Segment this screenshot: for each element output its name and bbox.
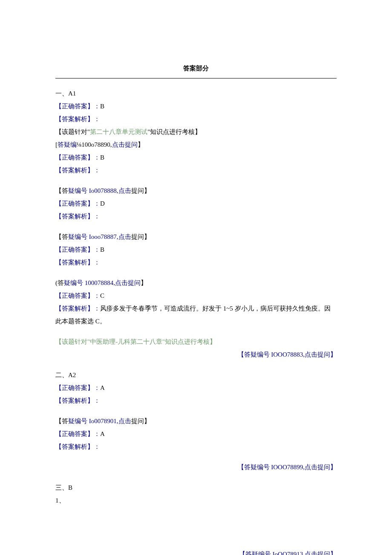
a1-q3-answer: 【正确答案】：D <box>55 197 337 210</box>
answer-value: B <box>100 154 104 161</box>
answer-label: 【正确答案】： <box>55 430 100 437</box>
a2-q1-answer: 【正确答案】：A <box>55 381 337 394</box>
topic-link[interactable]: 第二十八章单元测试 <box>90 128 147 135</box>
ref-b: 疑编号 Io0078901, <box>68 418 118 424</box>
ref-a: 【答 <box>55 418 68 424</box>
a2-q2-ref[interactable]: 【答疑编号 IOOO78899,点击提问】 <box>55 461 337 474</box>
a1-q5-explanation: 【答案解析】：风疹多发于冬春季节，可造成流行。好发于 1~5 岁小儿，病后可获持… <box>55 302 337 328</box>
ref-b: 疑编号 Io0078888, <box>68 187 118 194</box>
ref-a: 【答 <box>55 233 68 240</box>
a1-q3-explanation: 【答案解析】： <box>55 210 337 223</box>
a1-q2-ref: 【答疑编号 Io0078888,点击提问】 <box>55 184 337 197</box>
ref-d: 提问】 <box>131 418 150 424</box>
a1-q2-answer: 【正确答案】：B <box>55 151 337 164</box>
ref-b: 疑编号 Iooo78887, <box>68 233 118 240</box>
answer-label: 【正确答案】： <box>55 246 100 253</box>
ref-a: (答 <box>55 279 64 286</box>
answer-value: D <box>100 200 105 207</box>
b-ref[interactable]: 【答疑编号 IoOO78913,点击提问】 <box>55 548 337 555</box>
ask-link[interactable]: 点击 <box>118 418 131 424</box>
a1-q2-explanation: 【答案解析】： <box>55 164 337 177</box>
answer-value: B <box>100 103 104 110</box>
section-a1-header: 一、A1 <box>55 87 337 100</box>
answer-label: 【正确答案】： <box>55 154 100 161</box>
a1-q5-ref[interactable]: 【答疑编号 IOOO78883,点击提问】 <box>55 348 337 361</box>
a1-q1-ref: [答疑编⅛100o78890,点击提问】 <box>55 138 337 151</box>
ref-text-b: ⅛100o78890, <box>77 141 112 148</box>
answer-value: C <box>100 292 104 299</box>
a2-q2-answer: 【正确答案】：A <box>55 427 337 440</box>
a2-q1-explanation: 【答案解析】： <box>55 394 337 407</box>
note-close: "知识点进行考核】 <box>147 128 201 135</box>
section-b-sub: 1、 <box>55 494 337 507</box>
ref-text-a: 答疑编 <box>58 141 77 148</box>
expl-label: 【答案解析】： <box>55 305 100 312</box>
answer-label: 【正确答案】： <box>55 292 100 299</box>
a2-q2-explanation: 【答案解析】： <box>55 440 337 453</box>
ask-link[interactable]: 点击 <box>118 187 131 194</box>
ask-link[interactable]: 点击提问 <box>115 279 141 286</box>
answer-label: 【正确答案】： <box>55 200 100 207</box>
section-b-header: 三、B <box>55 481 337 494</box>
ref-d: 提问】 <box>131 187 150 194</box>
ref-d: 】 <box>141 279 147 286</box>
a1-q5-answer: 【正确答案】：C <box>55 289 337 302</box>
ref-a: 【答 <box>55 187 68 194</box>
a1-q4-answer: 【正确答案】：B <box>55 243 337 256</box>
answer-value: A <box>100 430 105 437</box>
a1-q4-explanation: 【答案解析】： <box>55 256 337 269</box>
answer-label: 【正确答案】： <box>55 384 100 391</box>
ref-d: 提问】 <box>131 233 150 240</box>
a1-q5-topic-note: 【该题针对"中医助理-儿科第二十八章"知识点进行考核】 <box>55 335 337 348</box>
ask-link[interactable]: 点击 <box>118 233 131 240</box>
a1-q3-ref: 【答疑编号 Iooo78887,点击提问】 <box>55 230 337 243</box>
title-divider <box>55 78 337 78</box>
answer-value: B <box>100 246 104 253</box>
ask-link[interactable]: 点击提问 <box>112 141 138 148</box>
a1-q1-answer: 【正确答案】：B <box>55 100 337 113</box>
section-title: 答案部分 <box>183 65 209 72</box>
a2-q1-ref: 【答疑编号 Io0078901,点击提问】 <box>55 415 337 427</box>
note-open: 【该题针对" <box>55 128 90 135</box>
a1-q1-topic-note: 【该题针对"第二十八章单元测试"知识点进行考核】 <box>55 125 337 138</box>
answer-value: A <box>100 384 105 391</box>
answer-label: 【正确答案】： <box>55 103 100 110</box>
a1-q4-ref: (答疑编号 100078884,点击提问】 <box>55 276 337 289</box>
section-a2-header: 二、A2 <box>55 369 337 381</box>
ref-close: 】 <box>138 141 144 148</box>
a1-q1-explanation: 【答案解析】： <box>55 113 337 125</box>
ref-b: 疑编号 100078884, <box>64 279 115 286</box>
